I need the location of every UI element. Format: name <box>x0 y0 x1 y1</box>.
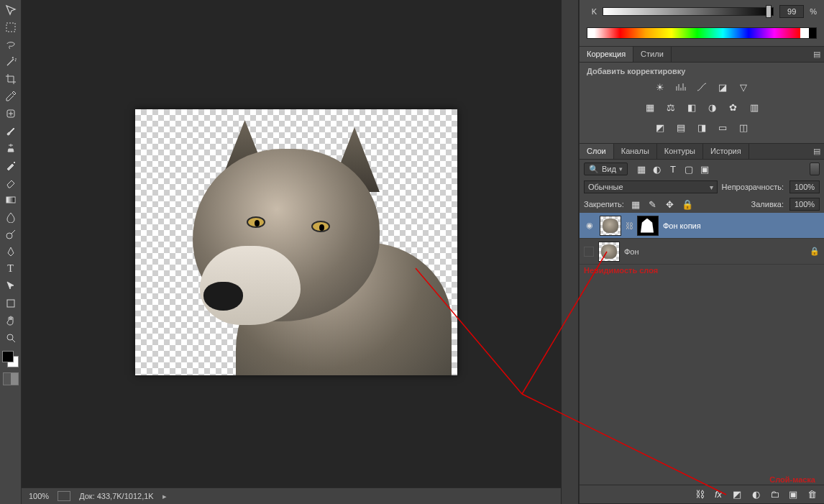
new-layer-icon[interactable]: ▣ <box>787 488 800 501</box>
tab-paths[interactable]: Контуры <box>657 144 703 159</box>
layers-panel-menu-icon[interactable]: ▤ <box>810 144 824 159</box>
lock-pixels-icon[interactable]: ✎ <box>646 198 660 211</box>
tool-path-select[interactable] <box>2 278 19 294</box>
fill-label: Заливка: <box>751 200 784 209</box>
adj-vibrance-icon[interactable]: ▽ <box>736 81 751 93</box>
tool-brush[interactable] <box>2 123 19 139</box>
tab-history[interactable]: История <box>703 144 749 159</box>
blend-mode-select[interactable]: Обычные <box>584 180 718 193</box>
layer-name[interactable]: Фон <box>624 247 805 256</box>
opacity-field[interactable]: 100% <box>789 180 820 193</box>
link-layers-icon[interactable]: ⛓ <box>693 488 706 501</box>
svg-rect-2 <box>6 197 15 203</box>
adj-channel-mixer-icon[interactable]: ✿ <box>726 101 741 114</box>
document-canvas[interactable] <box>135 109 457 375</box>
delete-layer-icon[interactable]: 🗑 <box>805 488 818 501</box>
lock-all-icon[interactable]: 🔒 <box>680 198 695 211</box>
tool-lasso[interactable] <box>2 37 19 52</box>
tool-healing[interactable] <box>2 106 19 122</box>
layers-tabs: Слои Каналы Контуры История ▤ <box>580 144 824 160</box>
adj-gradient-map-icon[interactable]: ▭ <box>715 121 730 134</box>
tool-move[interactable] <box>2 2 19 18</box>
adj-bw-icon[interactable]: ◧ <box>685 101 699 114</box>
layer-name[interactable]: Фон копия <box>663 221 820 230</box>
annotation-visibility: Невидимость слоя <box>580 265 824 276</box>
tool-gradient[interactable] <box>2 192 19 208</box>
adj-threshold-icon[interactable]: ◨ <box>695 121 709 134</box>
layer-thumb[interactable] <box>598 242 620 262</box>
tool-history-brush[interactable] <box>2 157 19 173</box>
fg-color-swatch[interactable] <box>2 351 14 362</box>
fill-field[interactable]: 100% <box>789 198 820 211</box>
panel-menu-icon[interactable]: ▤ <box>810 47 824 62</box>
new-adjustment-icon[interactable]: ◐ <box>749 488 762 501</box>
tab-layers[interactable]: Слои <box>580 144 614 159</box>
tool-zoom[interactable] <box>2 330 19 346</box>
tool-eyedropper[interactable] <box>2 88 19 104</box>
tool-type[interactable]: T <box>2 261 19 277</box>
adj-balance-icon[interactable]: ⚖ <box>664 101 678 114</box>
new-group-icon[interactable]: 🗀 <box>768 488 781 501</box>
tool-clone[interactable] <box>2 140 19 156</box>
lock-icon: 🔒 <box>810 247 820 256</box>
tool-dodge[interactable] <box>2 226 19 242</box>
opacity-label: Непрозрачность: <box>722 183 784 191</box>
k-slider-thumb[interactable] <box>766 5 772 18</box>
layer-mask-thumb[interactable] <box>637 216 659 236</box>
canvas-area[interactable] <box>22 0 561 487</box>
k-value-field[interactable]: 99 <box>779 5 804 18</box>
adj-photo-filter-icon[interactable]: ◑ <box>705 101 720 114</box>
adj-curves-icon[interactable] <box>695 81 709 93</box>
document-image <box>178 120 452 375</box>
lock-trans-icon[interactable]: ▦ <box>628 198 643 211</box>
spectrum-bar[interactable] <box>587 27 817 39</box>
tool-shape[interactable] <box>2 295 19 311</box>
visibility-eye-icon[interactable]: ◉ <box>584 220 595 232</box>
layer-row[interactable]: ◉ ⛓ Фон копия <box>580 213 824 239</box>
visibility-eye-icon[interactable] <box>584 247 594 257</box>
adj-exposure-icon[interactable]: ◪ <box>715 81 730 93</box>
adj-lookup-icon[interactable]: ▥ <box>747 101 761 114</box>
adj-brightness-icon[interactable]: ☀ <box>653 81 667 93</box>
zoom-level[interactable]: 100% <box>29 492 49 500</box>
tool-hand[interactable] <box>2 313 19 329</box>
adj-posterize-icon[interactable]: ▤ <box>674 121 688 134</box>
layer-row[interactable]: Фон 🔒 <box>580 239 824 265</box>
k-slider[interactable] <box>603 7 774 16</box>
tool-blur[interactable] <box>2 209 19 225</box>
tool-crop[interactable] <box>2 71 19 87</box>
tab-channels[interactable]: Каналы <box>614 144 657 159</box>
status-thumb-icon[interactable] <box>58 491 70 501</box>
layer-thumb[interactable] <box>600 216 621 236</box>
filter-smart-icon[interactable]: ▣ <box>698 162 711 175</box>
filter-toggle[interactable] <box>810 162 820 175</box>
adj-invert-icon[interactable]: ◩ <box>653 121 667 134</box>
filter-type-icon[interactable]: T <box>667 162 679 175</box>
fx-icon[interactable]: fx <box>712 488 725 501</box>
left-toolbar: T <box>0 0 22 504</box>
tab-styles[interactable]: Стили <box>633 47 672 62</box>
adj-hue-icon[interactable]: ▦ <box>643 101 657 114</box>
mask-link-icon[interactable]: ⛓ <box>626 221 633 230</box>
svg-point-3 <box>6 233 12 239</box>
tool-marquee[interactable] <box>2 19 19 35</box>
color-swatches[interactable] <box>2 351 19 368</box>
quickmask-toggle[interactable] <box>3 372 19 385</box>
layer-filter-kind[interactable]: 🔍Вид▾ <box>584 162 628 175</box>
tool-eraser[interactable] <box>2 175 19 191</box>
add-mask-icon[interactable]: ◩ <box>731 488 743 501</box>
adj-levels-icon[interactable] <box>674 81 688 93</box>
lock-position-icon[interactable]: ✥ <box>663 198 677 211</box>
corrections-tabs: Коррекция Стили ▤ <box>580 47 824 63</box>
tool-magic-wand[interactable] <box>2 54 19 70</box>
layers-panel: Слои Каналы Контуры История ▤ 🔍Вид▾ ▦ ◐ … <box>580 144 824 504</box>
filter-shape-icon[interactable]: ▢ <box>682 162 695 175</box>
filter-pixel-icon[interactable]: ▦ <box>635 162 648 175</box>
doc-info: Док: 433,7K/1012,1K <box>79 492 154 500</box>
tab-correction[interactable]: Коррекция <box>580 47 633 62</box>
filter-label: Вид <box>602 165 616 173</box>
tool-pen[interactable] <box>2 244 19 260</box>
filter-adjust-icon[interactable]: ◐ <box>651 162 664 175</box>
layer-filter-row: 🔍Вид▾ ▦ ◐ T ▢ ▣ <box>580 160 824 178</box>
adj-selective-icon[interactable]: ◫ <box>736 121 751 134</box>
